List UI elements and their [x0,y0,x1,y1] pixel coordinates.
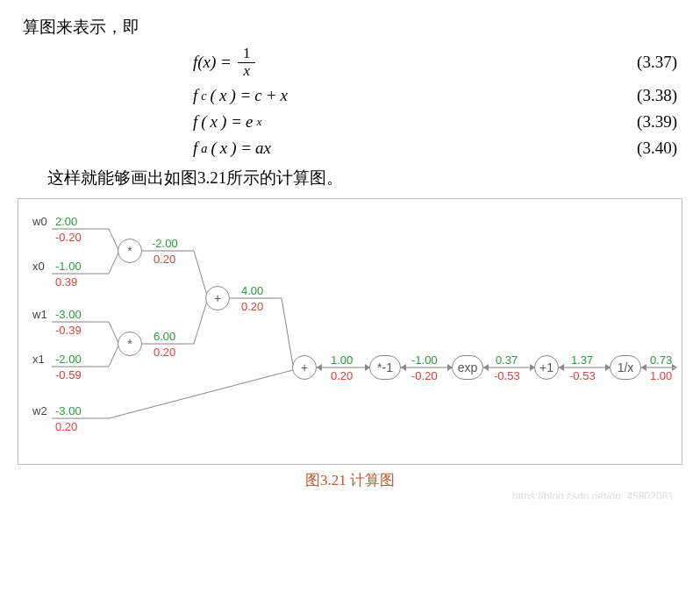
backward-value: 0.20 [241,300,263,313]
svg-line-6 [109,322,118,343]
backward-value: 0.20 [55,420,77,433]
svg-line-10 [194,251,207,296]
equation-number: (3.40) [621,139,682,158]
equation-block: f(x) = 1x (3.37) fc(x) = c + x (3.38) f(… [18,46,682,158]
forward-value: 0.37 [496,353,518,367]
forward-value: -2.00 [55,353,82,366]
forward-value: -3.00 [55,308,82,321]
forward-value: 4.00 [241,284,263,297]
backward-value: -0.20 [55,231,82,244]
figure-caption: 图3.21 计算图 [18,470,682,490]
watermark: https://blog.csdn.net/qq_45802081 [512,490,674,499]
backward-value: -0.20 [411,369,438,382]
forward-value: 1.00 [331,353,353,367]
computational-graph-figure: w0 2.00 -0.20 x0 -1.00 0.39 w1 -3.00 -0.… [18,198,682,465]
backward-value: -0.53 [494,369,520,382]
equation-row: f(x) = ex (3.39) [18,112,682,132]
forward-value: -1.00 [55,260,82,273]
backward-value: -0.53 [569,369,596,382]
input-var: w1 [32,308,47,321]
intro-text: 算图来表示，即 [23,16,682,39]
equation-number: (3.39) [621,112,682,132]
graph-edges [18,199,682,464]
svg-line-3 [109,253,118,274]
svg-line-14 [282,298,293,366]
op-node-negate: *-1 [369,355,401,380]
forward-value: -1.00 [411,353,438,367]
svg-line-12 [194,301,207,344]
forward-value: -3.00 [55,404,82,417]
forward-value: 1.37 [571,353,593,367]
input-var: x0 [32,260,45,273]
backward-value: -0.39 [55,324,82,337]
input-var: w2 [32,404,47,417]
equation-row: fa(x) = ax (3.40) [18,139,682,158]
backward-value: 0.20 [154,253,175,266]
svg-line-15 [109,370,293,418]
backward-value: -0.59 [55,368,82,382]
equation-row: fc(x) = c + x (3.38) [18,86,682,105]
backward-value: 1.00 [650,369,672,382]
input-var: w0 [32,215,47,228]
forward-value: 2.00 [55,215,77,228]
backward-value: 0.20 [154,346,175,359]
svg-line-2 [109,229,118,250]
op-node-exp: exp [452,355,483,380]
equation-number: (3.38) [621,86,682,105]
equation-row: f(x) = 1x (3.37) [18,46,682,79]
op-node-reciprocal: 1/x [610,355,641,380]
equation-number: (3.37) [621,53,682,72]
forward-value: -2.00 [152,237,178,250]
input-var: x1 [32,353,45,366]
forward-value: 6.00 [154,330,175,343]
forward-value: 0.73 [650,353,672,367]
fraction: 1x [238,46,256,79]
svg-line-7 [109,346,118,367]
backward-value: 0.20 [331,369,353,382]
backward-value: 0.39 [55,275,77,289]
mid-text: 这样就能够画出如图3.21所示的计算图。 [47,167,682,189]
